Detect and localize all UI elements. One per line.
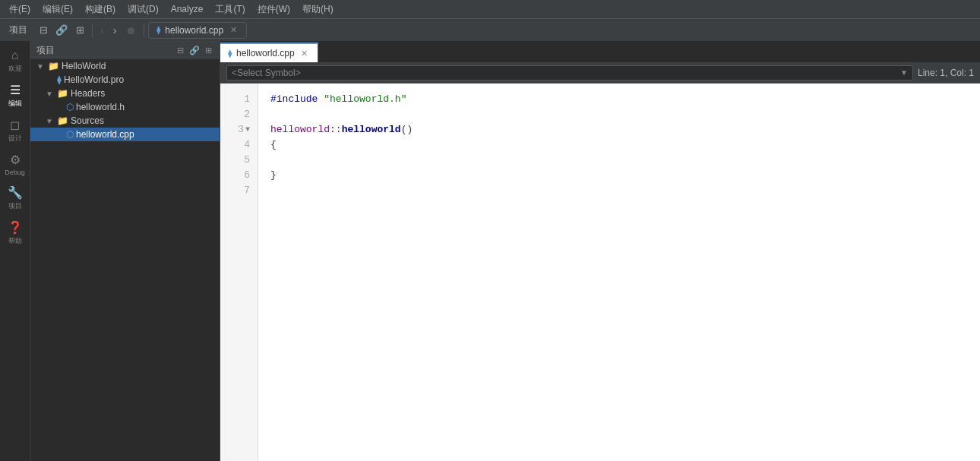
line-num-7: 7 <box>220 182 258 197</box>
menu-debug[interactable]: 调试(D) <box>122 0 165 18</box>
menu-analyze[interactable]: Analyze <box>165 0 210 18</box>
code-line-6: } <box>258 167 980 182</box>
code-brace-close: } <box>270 169 277 181</box>
code-funcname: helloworld <box>342 124 401 135</box>
main-content: ⌂ 欢迎 ☰ 编辑 ◻ 设计 ⚙ Debug 🔧 项目 ❓ 帮助 项目 ⊟ <box>0 41 980 461</box>
panel-link-btn[interactable]: 🔗 <box>188 45 201 56</box>
code-line-3: helloworld::helloworld() <box>258 122 980 137</box>
menu-widgets[interactable]: 控件(W) <box>251 0 296 18</box>
code-brace-open: { <box>270 139 277 150</box>
sidebar-debug-label: Debug <box>5 169 25 176</box>
tree-label-helloworld: HelloWorld <box>62 61 106 71</box>
nav-stop-btn[interactable]: ⏺ <box>122 23 140 38</box>
pro-file-icon: ⧫ <box>57 74 62 85</box>
sidebar-design[interactable]: ◻ 设计 <box>1 113 30 148</box>
tree-item-cpp[interactable]: ⬡ helloworld.cpp <box>30 128 220 141</box>
tree-item-h[interactable]: ⬡ helloworld.h <box>30 100 220 114</box>
filter-btn[interactable]: ⊟ <box>35 22 52 39</box>
tree-label-cpp: helloworld.cpp <box>76 129 134 140</box>
menu-help[interactable]: 帮助(H) <box>296 0 340 18</box>
tree-label-h: helloworld.h <box>76 102 125 112</box>
sidebar-edit-label: 编辑 <box>8 99 22 109</box>
code-include-keyword: #include <box>270 93 324 105</box>
sidebar-project[interactable]: 🔧 项目 <box>1 181 30 216</box>
menu-edit[interactable]: 编辑(E) <box>36 0 79 18</box>
symbol-selector-bar: <Select Symbol> ▼ Line: 1, Col: 1 <box>220 62 980 84</box>
sidebar-icons: ⌂ 欢迎 ☰ 编辑 ◻ 设计 ⚙ Debug 🔧 项目 ❓ 帮助 <box>0 41 30 461</box>
tab-cpp-icon: ⧫ <box>228 49 232 58</box>
line-num-1: 1 <box>220 91 258 106</box>
symbol-placeholder: <Select Symbol> <box>232 68 301 78</box>
welcome-icon: ⌂ <box>11 49 19 62</box>
menu-file[interactable]: 件(E) <box>3 0 36 18</box>
link-btn[interactable]: 🔗 <box>53 22 70 39</box>
sidebar-welcome[interactable]: ⌂ 欢迎 <box>1 44 30 78</box>
line-num-5: 5 <box>220 152 258 167</box>
toolbar: 项目 ⊟ 🔗 ⊞ ‹ › ⏺ ⧫ helloworld.cpp ✕ <box>0 18 980 41</box>
toolbar-separator-2 <box>144 24 144 37</box>
sidebar-debug[interactable]: ⚙ Debug <box>1 148 30 181</box>
debug-icon: ⚙ <box>10 153 21 167</box>
sidebar-edit[interactable]: ☰ 编辑 <box>1 78 30 113</box>
project-toolbar-section: 项目 ⊟ 🔗 ⊞ <box>3 22 88 39</box>
sidebar-project-label: 项目 <box>8 201 22 211</box>
project-icon: 🔧 <box>8 185 23 200</box>
nav-back-btn[interactable]: ‹ <box>96 23 108 38</box>
code-editor[interactable]: 1 2 3 ▼ 4 5 6 7 #include "helloworld.h" … <box>220 84 980 461</box>
tab-cpp-label: helloworld.cpp <box>236 48 295 58</box>
tab-cpp-close[interactable]: ✕ <box>299 48 310 58</box>
sidebar-help-label: 帮助 <box>8 236 22 246</box>
sidebar-help[interactable]: ❓ 帮助 <box>1 216 30 251</box>
project-panel-title: 项目 <box>36 44 55 57</box>
tree-arrow-helloworld: ▼ <box>36 62 46 71</box>
code-classname: helloworld <box>270 124 330 135</box>
project-label: 项目 <box>3 24 33 36</box>
tree-arrow-headers: ▼ <box>46 90 55 98</box>
line-num-2: 2 <box>220 106 258 122</box>
code-content[interactable]: #include "helloworld.h" helloworld::hell… <box>258 84 980 461</box>
tree-item-headers[interactable]: ▼ 📁 Headers <box>30 87 220 100</box>
nav-forward-btn[interactable]: › <box>109 23 121 38</box>
line-numbers: 1 2 3 ▼ 4 5 6 7 <box>220 84 258 461</box>
tree-item-pro[interactable]: ⧫ HelloWorld.pro <box>30 73 220 87</box>
panel-filter-btn[interactable]: ⊟ <box>175 45 185 56</box>
tree-label-pro: HelloWorld.pro <box>64 74 124 85</box>
folder-icon-helloworld: 📁 <box>48 61 59 71</box>
tab-toolbar-filename: helloworld.cpp <box>165 25 223 36</box>
menubar: 件(E) 编辑(E) 构建(B) 调试(D) Analyze 工具(T) 控件(… <box>0 0 980 18</box>
edit-icon: ☰ <box>10 83 21 97</box>
panel-add-btn[interactable]: ⊞ <box>204 45 213 56</box>
line-num-3: 3 ▼ <box>220 122 258 137</box>
code-line-7 <box>258 182 980 197</box>
folder-icon-headers: 📁 <box>57 88 68 99</box>
sidebar-design-label: 设计 <box>8 134 22 144</box>
tree-label-sources: Sources <box>71 115 104 126</box>
tab-close-btn[interactable]: ✕ <box>228 25 239 36</box>
help-icon: ❓ <box>8 220 23 235</box>
tree-label-headers: Headers <box>71 88 105 99</box>
active-tab-toolbar[interactable]: ⧫ helloworld.cpp ✕ <box>148 22 247 39</box>
folder-icon-sources: 📁 <box>57 115 68 126</box>
menu-tools[interactable]: 工具(T) <box>209 0 251 18</box>
line-num-4: 4 <box>220 137 258 152</box>
tree-item-helloworld[interactable]: ▼ 📁 HelloWorld <box>30 59 220 73</box>
code-include-string: "helloworld.h" <box>324 93 406 105</box>
cpp-file-icon: ⬡ <box>66 129 74 140</box>
dropdown-arrow-icon: ▼ <box>900 68 908 77</box>
tree-item-sources[interactable]: ▼ 📁 Sources <box>30 114 220 128</box>
project-tree: ▼ 📁 HelloWorld ⧫ HelloWorld.pro ▼ 📁 Head… <box>30 59 220 461</box>
tree-arrow-sources: ▼ <box>46 117 55 125</box>
add-btn[interactable]: ⊞ <box>71 22 88 39</box>
toolbar-separator-1 <box>92 24 93 37</box>
editor-area: ⧫ helloworld.cpp ✕ <Select Symbol> ▼ Lin… <box>220 41 980 461</box>
project-panel-header: 项目 ⊟ 🔗 ⊞ <box>30 41 220 59</box>
position-label: Line: 1, Col: 1 <box>918 68 974 78</box>
code-line-2 <box>258 106 980 122</box>
editor-tabs: ⧫ helloworld.cpp ✕ <box>220 41 980 62</box>
menu-build[interactable]: 构建(B) <box>79 0 122 18</box>
cpp-icon: ⧫ <box>156 25 160 35</box>
line-num-6: 6 <box>220 167 258 182</box>
editor-tab-cpp[interactable]: ⧫ helloworld.cpp ✕ <box>220 43 318 62</box>
symbol-dropdown[interactable]: <Select Symbol> ▼ <box>226 65 913 81</box>
fold-arrow-3: ▼ <box>245 125 250 134</box>
